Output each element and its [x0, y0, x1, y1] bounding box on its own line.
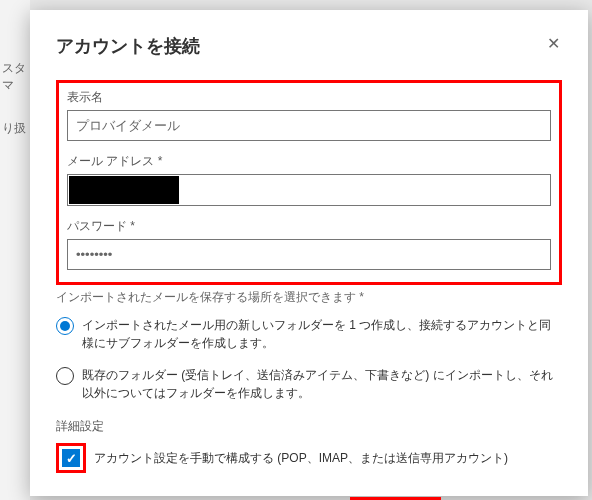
- dialog-title: アカウントを接続: [56, 34, 200, 58]
- highlighted-checkbox: ✓: [56, 443, 86, 473]
- radio-existing-folder[interactable]: 既存のフォルダー (受信トレイ、送信済みアイテム、下書きなど) にインポートし、…: [56, 366, 562, 406]
- display-name-label: 表示名: [67, 89, 551, 106]
- dialog-header: アカウントを接続 ✕: [56, 34, 562, 58]
- radio-label: 既存のフォルダー (受信トレイ、送信済みアイテム、下書きなど) にインポートし、…: [82, 366, 562, 402]
- checkbox-checked-icon: ✓: [62, 449, 80, 467]
- connect-account-dialog: アカウントを接続 ✕ 表示名 メール アドレス * パスワード * インポートさ…: [30, 10, 588, 496]
- manual-config-label: アカウント設定を手動で構成する (POP、IMAP、または送信専用アカウント): [94, 450, 508, 467]
- email-label: メール アドレス *: [67, 153, 551, 170]
- import-location-desc: インポートされたメールを保存する場所を選択できます *: [56, 289, 562, 306]
- radio-icon: [56, 367, 74, 385]
- password-group: パスワード *: [67, 218, 551, 270]
- redacted-email: [69, 176, 179, 204]
- email-input[interactable]: [67, 174, 551, 206]
- bg-text: スタマ: [2, 60, 30, 94]
- email-group: メール アドレス *: [67, 153, 551, 206]
- radio-new-folder[interactable]: インポートされたメール用の新しいフォルダーを 1 つ作成し、接続するアカウントと…: [56, 316, 562, 356]
- radio-label: インポートされたメール用の新しいフォルダーを 1 つ作成し、接続するアカウントと…: [82, 316, 562, 352]
- radio-icon: [56, 317, 74, 335]
- bg-text: り扱: [2, 120, 26, 137]
- close-icon[interactable]: ✕: [545, 34, 562, 54]
- background-sidebar: スタマ り扱: [0, 0, 30, 500]
- password-label: パスワード *: [67, 218, 551, 235]
- display-name-input[interactable]: [67, 110, 551, 141]
- advanced-settings-title: 詳細設定: [56, 418, 562, 435]
- display-name-group: 表示名: [67, 89, 551, 141]
- password-input[interactable]: [67, 239, 551, 270]
- highlighted-input-section: 表示名 メール アドレス * パスワード *: [56, 80, 562, 285]
- manual-config-row[interactable]: ✓ アカウント設定を手動で構成する (POP、IMAP、または送信専用アカウント…: [56, 443, 562, 473]
